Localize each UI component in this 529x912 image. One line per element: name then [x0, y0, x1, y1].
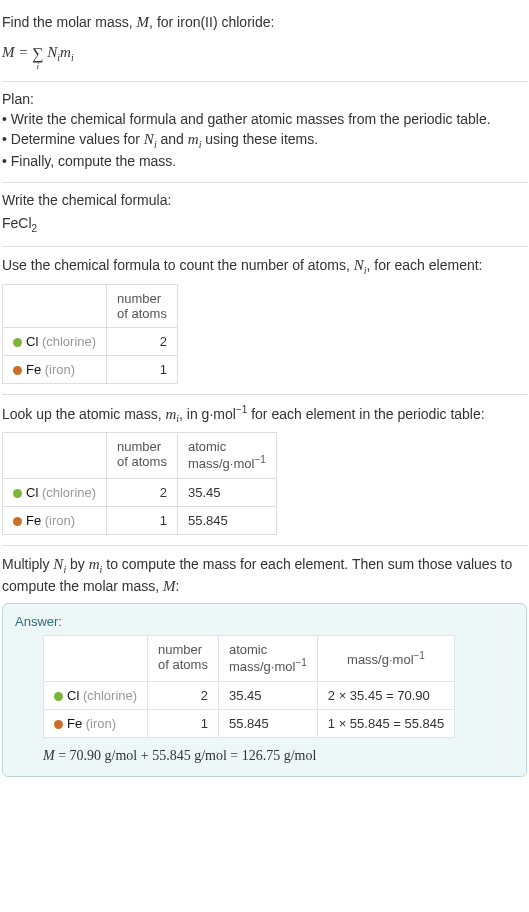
mass-heading: Look up the atomic mass, mi, in g·mol−1 …	[2, 403, 527, 426]
element-symbol: Fe	[26, 362, 41, 377]
table-header-row: number of atoms	[3, 284, 178, 327]
element-name: (chlorine)	[79, 688, 137, 703]
answer-label: Answer:	[15, 614, 514, 629]
sub-i: i	[71, 52, 74, 63]
dot-icon	[54, 720, 63, 729]
mass-section: Look up the atomic mass, mi, in g·mol−1 …	[2, 395, 527, 546]
formula-sub: 2	[32, 223, 38, 234]
plan-bullet-2: • Determine values for Ni and mi using t…	[2, 129, 527, 152]
table-row: Fe (iron) 1	[3, 355, 178, 383]
exp: −1	[236, 404, 247, 415]
equals: =	[15, 44, 33, 60]
th-empty	[3, 284, 107, 327]
text: , for iron(II) chloride:	[149, 14, 274, 30]
var-m: m	[188, 131, 199, 147]
text: for each element in the periodic table:	[247, 405, 484, 421]
var-N: N	[144, 131, 154, 147]
text: Multiply	[2, 556, 53, 572]
dot-icon	[13, 517, 22, 526]
cell-natoms: 2	[107, 327, 178, 355]
text: , for each element:	[367, 257, 483, 273]
cell-amass: 35.45	[218, 681, 317, 709]
cell-amass: 55.845	[218, 709, 317, 737]
answer-table: number of atoms atomic mass/g·mol−1 mass…	[43, 635, 455, 737]
th-empty	[44, 636, 148, 681]
table-row: Fe (iron) 1 55.845	[3, 506, 277, 534]
chemical-formula: FeCl2	[2, 214, 527, 236]
dot-icon	[13, 489, 22, 498]
element-name: (iron)	[41, 362, 75, 377]
final-text: = 70.90 g/mol + 55.845 g/mol = 126.75 g/…	[55, 748, 317, 763]
dot-icon	[13, 338, 22, 347]
text: Find the molar mass,	[2, 14, 137, 30]
exp: −1	[295, 657, 306, 668]
formula-text: FeCl	[2, 215, 32, 231]
th-atomic-mass: atomic mass/g·mol−1	[177, 433, 276, 478]
final-equation: M = 70.90 g/mol + 55.845 g/mol = 126.75 …	[43, 748, 514, 764]
cell-mass-calc: 1 × 55.845 = 55.845	[317, 709, 454, 737]
var-M: M	[163, 578, 176, 594]
cell-amass: 35.45	[177, 478, 276, 506]
dot-icon	[54, 692, 63, 701]
cell-natoms: 1	[107, 355, 178, 383]
exp: −1	[254, 454, 265, 465]
text: :	[176, 578, 180, 594]
element-name: (iron)	[82, 716, 116, 731]
dot-icon	[13, 366, 22, 375]
cell-mass-calc: 2 × 35.45 = 70.90	[317, 681, 454, 709]
mass-table: number of atoms atomic mass/g·mol−1 Cl (…	[2, 432, 277, 534]
var-M: M	[43, 748, 55, 763]
count-heading: Use the chemical formula to count the nu…	[2, 255, 527, 278]
multiply-heading: Multiply Ni by mi to compute the mass fo…	[2, 554, 527, 598]
th-atoms: number of atoms	[148, 636, 219, 681]
th-atoms: number of atoms	[107, 284, 178, 327]
element-symbol: Fe	[67, 716, 82, 731]
text: mass/g·mol	[347, 652, 413, 667]
cell-natoms: 1	[107, 506, 178, 534]
var-M: M	[137, 14, 150, 30]
var-m: m	[89, 556, 100, 572]
cell-element-fe: Fe (iron)	[3, 355, 107, 383]
element-name: (chlorine)	[38, 485, 96, 500]
table-header-row: number of atoms atomic mass/g·mol−1 mass…	[44, 636, 455, 681]
text: of atoms	[117, 306, 167, 321]
text: number	[158, 642, 202, 657]
var-N: N	[53, 556, 63, 572]
cell-natoms: 1	[148, 709, 219, 737]
exp: −1	[414, 650, 425, 661]
text: number	[117, 439, 161, 454]
cell-element-cl: Cl (chlorine)	[44, 681, 148, 709]
th-atoms: number of atoms	[107, 433, 178, 478]
intro-equation: M = ∑i Nimi	[2, 37, 527, 71]
table-row: Fe (iron) 1 55.845 1 × 55.845 = 55.845	[44, 709, 455, 737]
cell-element-fe: Fe (iron)	[3, 506, 107, 534]
element-symbol: Fe	[26, 513, 41, 528]
element-symbol: Cl	[26, 334, 38, 349]
answer-section: Multiply Ni by mi to compute the mass fo…	[2, 546, 527, 787]
cell-element-fe: Fe (iron)	[44, 709, 148, 737]
plan-heading: Plan:	[2, 90, 527, 110]
cell-natoms: 2	[107, 478, 178, 506]
text: mass/g·mol	[229, 660, 295, 675]
formula-heading: Write the chemical formula:	[2, 191, 527, 211]
var-m: m	[165, 405, 176, 421]
text: atomic	[188, 439, 226, 454]
formula-section: Write the chemical formula: FeCl2	[2, 183, 527, 247]
cell-element-cl: Cl (chlorine)	[3, 478, 107, 506]
text: Use the chemical formula to count the nu…	[2, 257, 354, 273]
element-name: (chlorine)	[38, 334, 96, 349]
plan-section: Plan: • Write the chemical formula and g…	[2, 82, 527, 183]
text: number	[117, 291, 161, 306]
plan-bullet-1: • Write the chemical formula and gather …	[2, 110, 527, 130]
table-header-row: number of atoms atomic mass/g·mol−1	[3, 433, 277, 478]
text: , in g·mol	[179, 405, 236, 421]
cell-element-cl: Cl (chlorine)	[3, 327, 107, 355]
text: mass/g·mol	[188, 457, 254, 472]
text: and	[157, 131, 188, 147]
table-row: Cl (chlorine) 2	[3, 327, 178, 355]
table-row: Cl (chlorine) 2 35.45	[3, 478, 277, 506]
var-m: m	[60, 44, 71, 60]
intro-section: Find the molar mass, M, for iron(II) chl…	[2, 4, 527, 82]
page: Find the molar mass, M, for iron(II) chl…	[0, 0, 529, 795]
var-N: N	[354, 257, 364, 273]
